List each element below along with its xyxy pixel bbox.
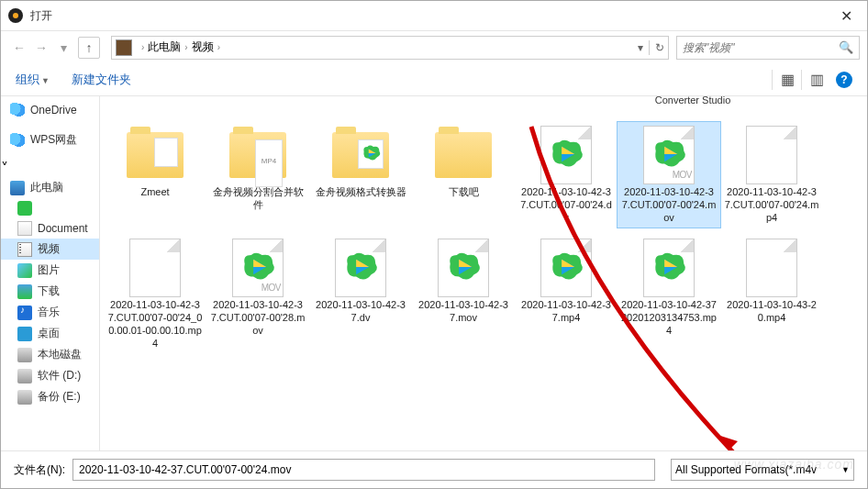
partial-row-label: Converter Studio xyxy=(647,96,739,106)
sidebar-item-label: 音乐 xyxy=(38,305,60,320)
sidebar-item[interactable]: 本地磁盘 xyxy=(1,344,99,365)
hdd-icon xyxy=(17,348,32,362)
file-name: 2020-11-03-10-42-37.CUT.00'07-00'24.mov xyxy=(621,186,717,224)
doc-icon xyxy=(17,221,32,236)
sidebar-item[interactable]: 备份 (E:) xyxy=(1,386,99,407)
pic-icon xyxy=(17,263,32,278)
up-button[interactable]: ↑ xyxy=(78,37,100,59)
file-thumbnail xyxy=(428,126,499,184)
sidebar-item[interactable]: 音乐 xyxy=(1,302,99,323)
app-icon xyxy=(8,8,23,23)
sidebar-item-label: 图片 xyxy=(38,262,60,278)
file-thumbnail xyxy=(530,126,602,184)
file-item[interactable]: 2020-11-03-10-42-37.CUT.00'07-00'24.mp4 xyxy=(720,122,823,228)
file-thumbnail xyxy=(325,126,396,184)
thispc-icon xyxy=(10,181,25,195)
wps-icon xyxy=(10,133,25,148)
address-bar[interactable]: › 此电脑 › 视频 › ▾ ↻ xyxy=(111,36,669,60)
sidebar-item[interactable]: 视频 xyxy=(1,239,99,260)
address-dropdown[interactable]: ▾ xyxy=(638,41,643,54)
search-input[interactable] xyxy=(683,41,839,54)
file-thumbnail xyxy=(530,239,602,297)
file-item[interactable]: 2020-11-03-10-42-37.CUT.00'07-00'24.dv xyxy=(515,122,618,228)
file-item[interactable]: 下载吧 xyxy=(412,122,515,228)
new-folder-button[interactable]: 新建文件夹 xyxy=(72,72,131,88)
sidebar-item[interactable]: 桌面 xyxy=(1,323,99,344)
sidebar-item-label: 本地磁盘 xyxy=(38,347,82,362)
sidebar-item[interactable]: 下载 xyxy=(1,281,99,302)
file-item[interactable]: 2020-11-03-10-42-37.dv xyxy=(309,235,412,353)
file-name: 2020-11-03-10-43-20.mp4 xyxy=(724,299,819,325)
crumb-videos[interactable]: 视频 xyxy=(192,39,214,55)
file-name: 2020-11-03-10-42-37.CUT.00'07-00'24.mp4 xyxy=(724,186,819,224)
file-thumbnail xyxy=(736,126,807,184)
file-item[interactable]: 金舟视频分割合并软件 xyxy=(206,122,309,228)
file-thumbnail xyxy=(119,239,191,297)
file-name: 2020-11-03-10-42-37.CUT.00'07-00'24.dv xyxy=(518,186,614,224)
desktop-icon xyxy=(17,327,32,341)
sidebar-item[interactable] xyxy=(1,198,99,218)
file-pane[interactable]: Converter Studio Zmeet金舟视频分割合并软件金舟视频格式转换… xyxy=(100,96,867,450)
file-item[interactable]: 2020-11-03-10-43-20.mp4 xyxy=(720,235,823,353)
hdd-icon xyxy=(17,369,32,383)
help-button[interactable]: ? xyxy=(836,72,852,88)
close-button[interactable]: ✕ xyxy=(833,7,860,25)
file-item[interactable]: 2020-11-03-10-42-37.CUT.00'07-00'24_00.0… xyxy=(104,235,206,353)
search-icon[interactable]: 🔍 xyxy=(839,40,853,54)
video-icon xyxy=(17,242,32,257)
history-dropdown[interactable]: ▾ xyxy=(52,37,74,59)
file-thumbnail xyxy=(325,239,396,297)
file-name: 2020-11-03-10-42-3720201203134753.mp4 xyxy=(621,299,717,337)
crumb-thispc[interactable]: 此电脑 xyxy=(148,39,181,55)
file-thumbnail xyxy=(633,239,705,297)
file-thumbnail: MOV xyxy=(222,239,294,297)
crumb-sep: › xyxy=(217,42,220,52)
file-name: 2020-11-03-10-42-37.CUT.00'07-00'28.mov xyxy=(210,299,306,337)
file-item[interactable]: Zmeet xyxy=(104,122,206,228)
file-item[interactable]: 2020-11-03-10-42-3720201203134753.mp4 xyxy=(618,235,720,353)
refresh-button[interactable]: ↻ xyxy=(655,41,664,54)
onedrive-icon xyxy=(10,103,25,117)
expand-icon[interactable]: ˅ xyxy=(1,161,8,176)
file-thumbnail xyxy=(428,239,499,297)
file-name: 2020-11-03-10-42-37.dv xyxy=(313,299,408,325)
sidebar-item-label: 软件 (D:) xyxy=(38,368,81,383)
sidebar-item[interactable]: 软件 (D:) xyxy=(1,365,99,386)
file-name: 2020-11-03-10-42-37.mov xyxy=(416,299,511,325)
sidebar-item[interactable]: WPS网盘 xyxy=(1,129,99,150)
file-item[interactable]: 2020-11-03-10-42-37.mov xyxy=(412,235,515,353)
file-item[interactable]: MOV2020-11-03-10-42-37.CUT.00'07-00'28.m… xyxy=(206,235,309,353)
file-name: Zmeet xyxy=(140,186,169,199)
view-large-icons-button[interactable]: ▦ xyxy=(772,70,797,90)
file-name: 金舟视频分割合并软件 xyxy=(210,186,306,212)
file-item[interactable]: 金舟视频格式转换器 xyxy=(309,122,412,228)
sidebar-item-label: 桌面 xyxy=(38,326,60,341)
file-name: 2020-11-03-10-42-37.mp4 xyxy=(518,299,614,325)
music-icon xyxy=(17,306,32,320)
sidebar-item[interactable]: Document xyxy=(1,218,99,239)
file-thumbnail: MOV xyxy=(633,126,705,184)
sidebar-item-label: 下载 xyxy=(38,283,60,299)
sidebar-item-label: WPS网盘 xyxy=(30,132,77,148)
file-item[interactable]: MOV2020-11-03-10-42-37.CUT.00'07-00'24.m… xyxy=(618,122,720,228)
location-icon xyxy=(116,39,132,56)
filename-label: 文件名(N): xyxy=(14,462,65,478)
file-thumbnail xyxy=(736,239,807,297)
sidebar-item-label: 视频 xyxy=(38,241,60,257)
filename-input[interactable] xyxy=(72,459,655,481)
organize-menu[interactable]: 组织▼ xyxy=(16,72,50,88)
down-icon xyxy=(17,284,32,299)
forward-button[interactable]: → xyxy=(30,37,52,59)
sidebar-item[interactable]: 此电脑 xyxy=(1,177,99,198)
file-item[interactable]: 2020-11-03-10-42-37.mp4 xyxy=(515,235,618,353)
sidebar-item[interactable]: 图片 xyxy=(1,260,99,281)
filetype-filter[interactable]: All Supported Formats(*.m4v▼ xyxy=(671,459,854,481)
green-icon xyxy=(17,201,32,216)
back-button[interactable]: ← xyxy=(8,37,30,59)
search-box[interactable]: 🔍 xyxy=(676,36,860,60)
caret-down-icon: ▼ xyxy=(841,465,850,474)
view-preview-button[interactable]: ▥ xyxy=(801,70,827,90)
sidebar-item-label: Document xyxy=(38,222,88,235)
sidebar-item[interactable]: OneDrive xyxy=(1,100,99,120)
caret-down-icon: ▼ xyxy=(41,76,50,85)
